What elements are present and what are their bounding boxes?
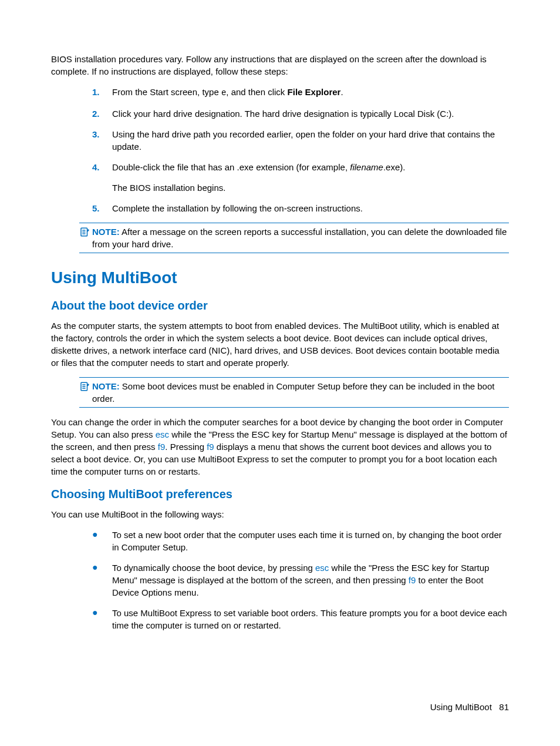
list-item: ● To dynamically choose the boot device,…	[92, 562, 509, 599]
step-body: Double-click the file that has an .exe e…	[112, 161, 509, 194]
note-body: NOTE: Some boot devices must be enabled …	[92, 380, 509, 405]
step-number: 1.	[92, 86, 112, 99]
note-label: NOTE:	[92, 381, 120, 391]
paragraph: You can change the order in which the co…	[51, 416, 509, 478]
document-page: BIOS installation procedures vary. Follo…	[0, 0, 560, 746]
step-body: Complete the installation by following t…	[112, 202, 509, 214]
step-2: 2. Click your hard drive designation. Th…	[92, 107, 509, 120]
bullet-icon: ●	[92, 562, 112, 599]
list-item: ● To set a new boot order that the compu…	[92, 529, 509, 553]
note-body: NOTE: After a message on the screen repo…	[92, 226, 509, 250]
step-number: 3.	[92, 128, 112, 153]
step-4: 4. Double-click the file that has an .ex…	[92, 161, 509, 194]
bullet-icon: ●	[92, 529, 112, 553]
footer-page-number: 81	[499, 702, 509, 712]
note-label: NOTE:	[92, 227, 120, 237]
list-item-body: To use MultiBoot Express to set variable…	[112, 607, 509, 631]
step-5: 5. Complete the installation by followin…	[92, 202, 509, 214]
step-number: 5.	[92, 202, 112, 214]
intro-paragraph: BIOS installation procedures vary. Follo…	[51, 53, 509, 78]
step-body: From the Start screen, type e, and then …	[112, 86, 509, 99]
step-subparagraph: The BIOS installation begins.	[112, 182, 509, 194]
list-item: ● To use MultiBoot Express to set variab…	[92, 607, 509, 631]
paragraph: As the computer starts, the system attem…	[51, 320, 509, 369]
footer-section: Using MultiBoot	[430, 702, 492, 712]
list-item-body: To dynamically choose the boot device, b…	[112, 562, 509, 599]
list-item-body: To set a new boot order that the compute…	[112, 529, 509, 553]
step-3: 3. Using the hard drive path you recorde…	[92, 128, 509, 153]
step-1: 1. From the Start screen, type e, and th…	[92, 86, 509, 99]
heading-2-preferences: Choosing MultiBoot preferences	[51, 486, 509, 502]
step-body: Click your hard drive designation. The h…	[112, 107, 509, 120]
note-icon	[79, 226, 92, 240]
page-footer: Using MultiBoot 81	[430, 701, 509, 713]
heading-1: Using MultiBoot	[51, 266, 509, 289]
note-block: NOTE: Some boot devices must be enabled …	[79, 377, 509, 408]
paragraph: You can use MultiBoot in the following w…	[51, 508, 509, 520]
step-number: 2.	[92, 107, 112, 120]
heading-2-boot-order: About the boot device order	[51, 297, 509, 314]
note-block: NOTE: After a message on the screen repo…	[79, 223, 509, 253]
bullet-icon: ●	[92, 607, 112, 631]
bullet-list: ● To set a new boot order that the compu…	[92, 529, 509, 631]
note-icon	[79, 380, 92, 395]
step-number: 4.	[92, 161, 112, 194]
numbered-steps: 1. From the Start screen, type e, and th…	[92, 86, 509, 214]
step-body: Using the hard drive path you recorded e…	[112, 128, 509, 153]
